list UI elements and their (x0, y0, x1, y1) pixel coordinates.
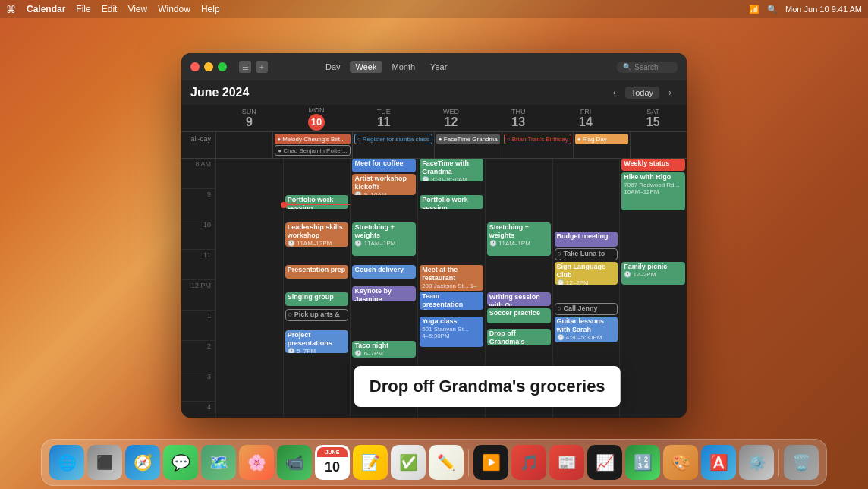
menu-window[interactable]: Window (158, 4, 190, 14)
list-item[interactable]: Budget meeting (555, 232, 618, 247)
prev-button[interactable]: ‹ (607, 85, 622, 100)
list-item[interactable]: Portfolio work session (420, 195, 483, 209)
traffic-lights (190, 62, 227, 71)
list-item[interactable]: ● FaceTime Grandma (436, 134, 500, 144)
dock-photos[interactable]: 🌸 (239, 445, 274, 480)
maximize-button[interactable] (218, 62, 227, 71)
month-year-label: June 2024 (190, 86, 249, 99)
list-item[interactable]: ● Chad Benjamin Potter... (275, 145, 351, 156)
datetime: Mon Jun 10 9:41 AM (785, 5, 862, 14)
dock-launchpad[interactable]: ⬛ (87, 445, 122, 480)
list-item[interactable]: Keynote by Jasmine (352, 286, 416, 301)
list-item[interactable]: ○ Brian Tran's Birthday (504, 134, 571, 144)
dock-maps[interactable]: 🗺️ (201, 445, 236, 480)
menu-file[interactable]: File (76, 4, 90, 14)
dock-numbers[interactable]: 🔢 (625, 445, 660, 480)
dock: 🌐 ⬛ 🧭 💬 🗺️ 🌸 📹 JUNE 10 📝 ✅ ✏️ (41, 439, 827, 486)
list-item[interactable]: Presentation prep (285, 265, 349, 279)
dock-trash[interactable]: 🗑️ (784, 445, 819, 480)
dock-news[interactable]: 📰 (549, 445, 584, 480)
list-item[interactable]: Couch delivery (352, 265, 416, 279)
apple-menu[interactable]: ⌘ (6, 4, 16, 15)
dock-reminders[interactable]: ✅ (391, 445, 426, 480)
sidebar-toggle[interactable]: ☰ (239, 61, 251, 73)
view-year-button[interactable]: Year (424, 61, 453, 73)
dock-calendar[interactable]: JUNE 10 (315, 445, 350, 480)
list-item[interactable]: Soccer practice (487, 308, 551, 323)
menu-help[interactable]: Help (201, 4, 220, 14)
dock-separator (468, 449, 469, 476)
menubar-right: 📶 🔍 Mon Jun 10 9:41 AM (749, 5, 862, 14)
minimize-button[interactable] (204, 62, 213, 71)
allday-row: all-day ● Melody Cheung's Birt... ● Chad… (181, 132, 687, 159)
list-item[interactable]: Stretching + weights 🕐 11AM–1PM (487, 222, 551, 256)
menu-view[interactable]: View (127, 4, 147, 14)
today-button[interactable]: Today (625, 87, 659, 99)
dock-systemprefs[interactable]: ⚙️ (739, 445, 774, 480)
dock-finder[interactable]: 🌐 (49, 445, 84, 480)
time-4pm: 4 (181, 402, 215, 418)
dock-safari[interactable]: 🧭 (125, 445, 160, 480)
close-button[interactable] (190, 62, 200, 71)
search-icon: 🔍 (623, 63, 631, 71)
list-item[interactable]: Family picnic 🕐 12–2PM (621, 262, 685, 285)
dock-appletv[interactable]: ▶️ (473, 445, 508, 480)
dock-messages[interactable]: 💬 (163, 445, 198, 480)
calendar-window: ☰ + Day Week Month Year 🔍 Search June 20… (181, 53, 687, 418)
time-8am: 8 AM (181, 159, 215, 189)
allday-thu: ○ Brian Tran's Birthday (502, 132, 573, 158)
current-time: 9:41 (285, 200, 297, 207)
list-item[interactable]: ○ Call Jenny (555, 303, 618, 315)
list-item[interactable]: ● Melody Cheung's Birt... (275, 134, 351, 144)
dock-freeform[interactable]: ✏️ (429, 445, 464, 480)
menu-edit[interactable]: Edit (102, 4, 118, 14)
list-item[interactable]: Meet for coffee (352, 159, 416, 172)
dock-keynote[interactable]: 🎨 (663, 445, 698, 480)
list-item[interactable]: ○ Take Luna to the vet (555, 248, 618, 260)
list-item[interactable]: ● Flag Day (575, 134, 628, 144)
tooltip-text: Drop off Grandma's groceries (370, 377, 605, 396)
list-item[interactable]: Weekly status (621, 159, 685, 171)
time-11am: 11 (181, 250, 215, 280)
list-item[interactable]: Hike with Rigo 7867 Redwood Rd... 10AM–1… (621, 172, 685, 210)
app-name[interactable]: Calendar (27, 4, 65, 14)
day-header-thu: THU 13 (485, 105, 552, 131)
add-event-button[interactable]: + (256, 61, 268, 73)
list-item[interactable]: Artist workshop kickoff! 🕐 9–10AM (352, 174, 416, 195)
dock-stocks[interactable]: 📈 (587, 445, 622, 480)
list-item[interactable]: Yoga class 501 Stanyan St... 4–5:30PM (420, 317, 483, 347)
list-item[interactable]: Leadership skills workshop 🕐 11AM–12PM (285, 222, 349, 247)
list-item[interactable]: ○ Register for samba class (354, 134, 432, 144)
view-day-button[interactable]: Day (319, 61, 347, 73)
dock-facetime[interactable]: 📹 (277, 445, 312, 480)
list-item[interactable]: Guitar lessons with Sarah 🕐 4:30–5:30PM (555, 317, 618, 342)
list-item[interactable]: Sign Language Club 🕐 12–2PM (555, 262, 618, 285)
next-button[interactable]: › (662, 85, 678, 100)
allday-fri: ● Flag Day (573, 132, 630, 158)
list-item[interactable]: Writing session with Or... (487, 292, 551, 306)
list-item[interactable]: Project presentations 🕐 5–7PM (285, 330, 349, 353)
time-1pm: 1 (181, 311, 215, 341)
list-item[interactable]: FaceTime with Grandma 🕐 8:30–9:30AM (420, 159, 483, 181)
list-item[interactable]: Singing group (285, 292, 349, 306)
dock-music[interactable]: 🎵 (511, 445, 546, 480)
list-item[interactable]: Team presentation 🕐 2–3PM (420, 292, 483, 310)
dock-notes[interactable]: 📝 (353, 445, 388, 480)
day-header-mon: MON 10 (283, 105, 351, 131)
allday-label: all-day (181, 132, 215, 158)
time-9am: 9 (181, 189, 215, 219)
event-tooltip: Drop off Grandma's groceries (354, 366, 621, 407)
list-item[interactable]: Stretching + weights 🕐 11AM–1PM (352, 222, 416, 256)
drop-off-grandma-event[interactable]: Drop off Grandma's groceries (487, 329, 551, 345)
list-item[interactable]: ○ Pick up arts & crafts sup... (285, 309, 349, 321)
view-week-button[interactable]: Week (350, 61, 383, 73)
day-col-sat: Weekly status Hike with Rigo 7867 Redwoo… (619, 159, 687, 418)
allday-mon: ● Melody Cheung's Birt... ● Chad Benjami… (272, 132, 352, 158)
list-item[interactable]: Meet at the restaurant 200 Jackson St...… (420, 265, 483, 291)
menubar-left: ⌘ Calendar File Edit View Window Help (6, 4, 220, 15)
day-header-sat: SAT 15 (619, 105, 687, 131)
list-item[interactable]: Taco night 🕐 6–7PM (352, 341, 416, 358)
dock-appstore[interactable]: 🅰️ (701, 445, 736, 480)
search-bar[interactable]: 🔍 Search (617, 62, 678, 73)
view-month-button[interactable]: Month (385, 61, 421, 73)
